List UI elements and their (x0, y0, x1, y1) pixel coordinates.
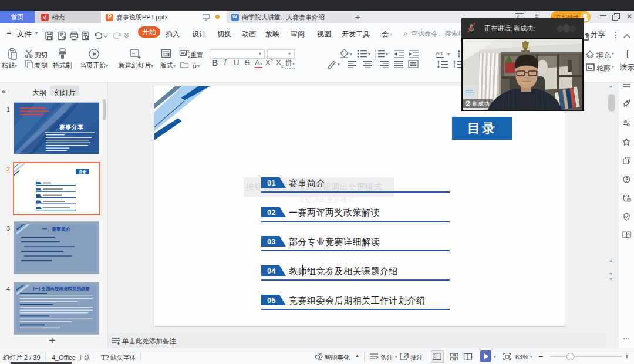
svg-text:03: 03 (267, 237, 275, 246)
svg-text:一、赛事简介: 一、赛事简介 (42, 226, 71, 232)
svg-text:(一) 全国高校商业精英挑战赛: (一) 全国高校商业精英挑战赛 (33, 286, 90, 291)
svg-text:赛事分享: 赛事分享 (59, 124, 84, 130)
svg-text:3: 3 (375, 55, 376, 58)
svg-text:02: 02 (267, 208, 275, 217)
svg-text:AB: AB (436, 50, 443, 56)
svg-text:04: 04 (267, 267, 276, 275)
svg-text:目录: 目录 (79, 170, 86, 174)
svg-text:靳成功: 靳成功 (472, 100, 490, 107)
svg-text:05: 05 (267, 296, 275, 305)
svg-text:01: 01 (267, 178, 275, 187)
